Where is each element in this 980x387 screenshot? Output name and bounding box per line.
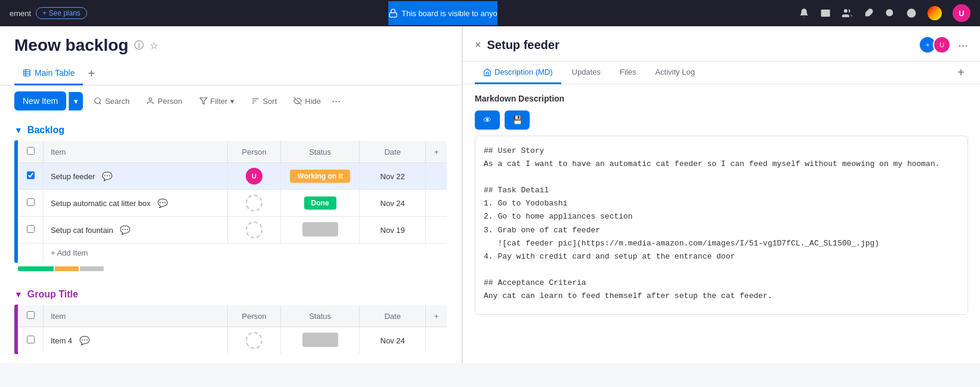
row2-person-empty [246, 195, 262, 211]
bell-icon[interactable] [799, 8, 809, 19]
backlog-table-wrapper: Item Person Status Date + Setup feede [14, 140, 447, 263]
row2-chat-icon[interactable]: 💬 [157, 198, 168, 208]
row3-checkbox[interactable] [27, 225, 35, 233]
new-item-dropdown-button[interactable]: ▾ [69, 92, 83, 110]
person-label: Person [157, 97, 182, 106]
board-toolbar: New Item ▾ Search Person Filter ▾ Sort [0, 85, 462, 116]
row3-status-cell[interactable] [280, 217, 360, 244]
monday-logo-icon [928, 6, 942, 20]
board-header: Meow backlog ⓘ ☆ [0, 26, 462, 62]
row1-person-cell: U [228, 163, 280, 190]
puzzle-icon[interactable] [863, 8, 874, 19]
md-save-button[interactable]: 💾 [505, 110, 530, 130]
add-col-gt-icon: + [434, 312, 439, 321]
group-backlog-header[interactable]: ▼ Backlog [14, 116, 447, 140]
row4-item-cell[interactable]: Item 4 💬 [43, 327, 227, 354]
group-title-header[interactable]: ▼ Group Title [14, 281, 447, 305]
row1-item-cell[interactable]: Setup feeder 💬 [43, 163, 227, 190]
svg-rect-9 [24, 70, 30, 76]
th-item-backlog: Item [43, 141, 227, 163]
backlog-chevron-icon: ▼ [14, 125, 23, 135]
tab-activity-log[interactable]: Activity Log [647, 62, 703, 84]
th-add-gt[interactable]: + [425, 305, 447, 327]
board-info-button[interactable]: ⓘ [134, 39, 144, 52]
select-all-gt[interactable] [27, 311, 35, 319]
row4-add-cell [425, 327, 447, 354]
th-person-backlog: Person [228, 141, 280, 163]
row1-checkbox[interactable] [27, 171, 35, 179]
sort-button[interactable]: Sort [245, 93, 283, 109]
svg-point-5 [886, 9, 893, 16]
row4-person-empty [246, 332, 262, 349]
group-title-header-row: Item Person Status Date + [18, 305, 447, 327]
new-item-button[interactable]: New Item [14, 91, 66, 110]
th-date-gt: Date [360, 305, 426, 327]
group-title-table-wrapper: Item Person Status Date + Item 4 � [14, 305, 447, 354]
select-all-backlog[interactable] [27, 147, 35, 155]
search-button[interactable]: Search [88, 93, 135, 109]
row2-item-cell[interactable]: Setup automatic cat litter box 💬 [43, 190, 227, 217]
th-add-backlog[interactable]: + [425, 141, 447, 163]
md-preview-button[interactable]: 👁 [475, 110, 500, 130]
row1-status-cell[interactable]: Working on it [280, 163, 360, 190]
tab-description-label: Description (MD) [494, 67, 553, 76]
person-button[interactable]: Person [140, 93, 188, 109]
add-tab-button[interactable]: + [83, 63, 100, 84]
panel-more-button[interactable]: ··· [958, 38, 968, 52]
row3-person-empty [246, 222, 262, 238]
row4-checkbox-cell [18, 327, 43, 354]
row4-checkbox[interactable] [27, 336, 35, 343]
panel-header: × Setup feeder + U ··· [463, 26, 980, 62]
row3-chat-icon[interactable]: 💬 [120, 225, 130, 235]
row4-status-cell[interactable] [280, 327, 360, 354]
add-item-row-backlog[interactable]: + Add Item [18, 244, 447, 263]
row2-status-cell[interactable]: Done [280, 190, 360, 217]
tab-main-table-label: Main Table [35, 68, 75, 78]
row4-chat-icon[interactable]: 💬 [79, 336, 89, 345]
board-star-button[interactable]: ☆ [150, 40, 158, 51]
row2-checkbox-cell [18, 190, 43, 217]
add-item-cell[interactable]: + Add Item [43, 244, 447, 263]
search-label: Search [105, 97, 129, 106]
tab-files[interactable]: Files [611, 62, 644, 84]
mail-icon[interactable] [820, 8, 831, 19]
table-row: Setup feeder 💬 U Working on it Nov 22 [18, 163, 447, 190]
row1-checkbox-cell [18, 163, 43, 190]
see-plans-button[interactable]: + See plans [36, 7, 87, 19]
status-bar-working [55, 266, 79, 271]
board-title: Meow backlog [14, 36, 128, 55]
th-date-backlog: Date [360, 141, 426, 163]
tab-updates[interactable]: Updates [564, 62, 609, 84]
row1-date-cell: Nov 22 [360, 163, 426, 190]
row3-item-cell[interactable]: Setup cat fountain 💬 [43, 217, 227, 244]
table-row: Item 4 💬 Nov 24 [18, 327, 447, 354]
filter-label: Filter [211, 97, 228, 106]
panel-tab-add-button[interactable]: + [954, 62, 968, 83]
tab-main-table[interactable]: Main Table [14, 62, 83, 85]
row1-chat-icon[interactable]: 💬 [102, 171, 112, 181]
row2-checkbox[interactable] [27, 198, 35, 206]
help-icon[interactable] [906, 8, 917, 19]
user-avatar[interactable]: U [953, 4, 970, 22]
status-bar-done [18, 266, 54, 271]
th-checkbox [18, 141, 43, 163]
row2-item-text: Setup automatic cat litter box [51, 199, 151, 208]
status-summary-bar [18, 263, 447, 281]
hide-button[interactable]: Hide [287, 93, 327, 109]
panel-avatar-pink: U [933, 36, 951, 54]
toolbar-more-button[interactable]: ··· [332, 95, 341, 108]
row3-person-cell [228, 217, 280, 244]
nav-left-text: ement [10, 9, 31, 18]
svg-marker-16 [200, 98, 207, 105]
group-title-chevron-icon: ▼ [14, 290, 23, 299]
markdown-editor[interactable]: ## User Story As a cat I want to have an… [475, 136, 968, 315]
nav-left: ement + See plans [10, 7, 87, 19]
search-icon[interactable] [885, 8, 895, 19]
md-toolbar: 👁 💾 [475, 110, 968, 130]
people-icon[interactable] [842, 8, 852, 19]
row1-item-text: Setup feeder [51, 172, 95, 181]
panel-close-button[interactable]: × [475, 39, 481, 51]
filter-button[interactable]: Filter ▾ [193, 93, 241, 109]
close-icon: × [475, 39, 481, 51]
tab-description[interactable]: Description (MD) [475, 62, 561, 84]
